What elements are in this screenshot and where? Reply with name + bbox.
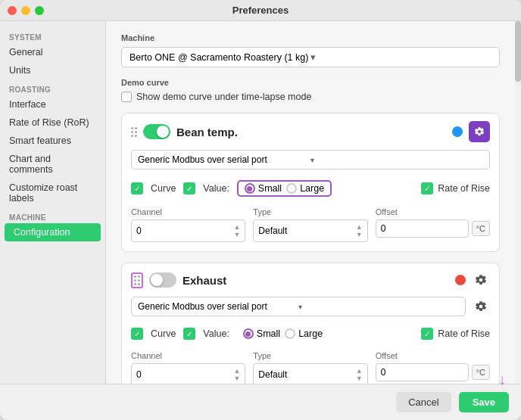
machine-dropdown[interactable]: Berto ONE @ Sacramento Roastery (1 kg) ▾ <box>121 47 500 67</box>
type-input-bean-temp[interactable]: Default ▲▼ <box>253 219 367 242</box>
sidebar-section-machine: Machine <box>0 207 105 223</box>
demo-curve-checkbox[interactable] <box>121 92 132 102</box>
curve-label-bean-temp: Curve <box>151 183 176 194</box>
demo-curve-text: Show demo curve under time-lapse mode <box>136 92 311 102</box>
offset-header-exhaust: Offset <box>376 351 490 360</box>
curve-checkbox-exhaust[interactable]: ✓ <box>131 328 143 340</box>
drag-handle-bean-temp[interactable] <box>131 127 137 137</box>
channel-value-exhaust: 0 <box>136 369 233 380</box>
gear-button-exhaust-port[interactable] <box>472 297 490 316</box>
radio-label-small: Small <box>258 183 282 194</box>
ror-section-exhaust: ✓ Rate of Rise <box>421 328 490 340</box>
offset-input-exhaust[interactable]: 0 <box>376 363 469 381</box>
port-value-exhaust: Generic Modbus over serial port <box>138 301 298 312</box>
value-checkbox-exhaust[interactable]: ✓ <box>183 328 195 340</box>
offset-unit-exhaust: °C <box>472 365 490 380</box>
sensor-name-bean-temp: Bean temp. <box>176 126 446 138</box>
type-value: Default <box>258 226 355 236</box>
value-label-exhaust: Value: <box>203 328 229 339</box>
channel-input-bean-temp[interactable]: 0 ▲▼ <box>131 219 245 242</box>
sidebar-item-customize[interactable]: Customize roast labels <box>0 179 105 207</box>
bean-temp-channel-row: Channel 0 ▲▼ Type Default ▲▼ <box>122 204 499 251</box>
save-button[interactable]: Save <box>459 392 509 412</box>
curve-checkbox-bean-temp[interactable]: ✓ <box>131 182 143 194</box>
ror-checkbox-exhaust[interactable]: ✓ <box>421 328 433 340</box>
bottom-bar: Cancel Save <box>0 384 521 420</box>
sidebar-item-ror[interactable]: Rate of Rise (RoR) <box>0 114 105 132</box>
curve-label-exhaust: Curve <box>151 328 176 339</box>
type-header: Type <box>253 207 367 216</box>
channel-col-exhaust: Channel 0 ▲▼ <box>131 351 245 384</box>
exhaust-channel-row: Channel 0 ▲▼ Type Default ▲▼ <box>122 348 499 384</box>
minimize-button[interactable] <box>21 6 30 15</box>
radio-label-small-exhaust: Small <box>257 328 280 339</box>
machine-label: Machine <box>121 33 500 42</box>
value-checkbox-bean-temp[interactable]: ✓ <box>183 182 195 194</box>
sensor-exhaust-port-row: Generic Modbus over serial port ▾ <box>122 297 499 324</box>
close-button[interactable] <box>8 6 17 15</box>
demo-curve-row: Show demo curve under time-lapse mode <box>121 92 500 102</box>
color-dot-bean-temp <box>452 126 463 137</box>
sidebar-item-general[interactable]: General <box>0 43 105 61</box>
sensor-block-bean-temp: → Bean temp. <box>121 113 500 252</box>
sidebar-section-roasting: Roasting <box>0 79 105 95</box>
bean-temp-options-row: ✓ Curve ✓ Value: Small Large <box>122 177 499 204</box>
arrow-left-indicator: → <box>121 174 123 191</box>
ror-label-exhaust: Rate of Rise <box>438 328 490 339</box>
radio-small-bean-temp[interactable]: Small <box>245 183 282 194</box>
stepper-arrows-exhaust: ▲▼ <box>233 367 240 382</box>
maximize-button[interactable] <box>35 6 44 15</box>
offset-col: Offset 0 °C <box>376 207 490 242</box>
preferences-window: Preferences System General Units Roastin… <box>0 0 521 420</box>
gear-button-exhaust[interactable] <box>472 271 490 289</box>
type-col-exhaust: Type Default ▲▼ <box>253 351 367 384</box>
ror-checkbox-bean-temp[interactable]: ✓ <box>421 182 433 194</box>
sidebar-item-configuration[interactable]: Configuration <box>5 223 101 241</box>
sensor-name-exhaust: Exhaust <box>183 274 449 287</box>
scrollbar-track[interactable] <box>515 21 521 384</box>
offset-input-bean-temp[interactable]: 0 <box>376 219 469 238</box>
type-input-exhaust[interactable]: Default ▲▼ <box>253 363 367 384</box>
content-area: System General Units Roasting Interface … <box>0 21 521 384</box>
radio-circle-small <box>245 183 255 194</box>
radio-label-large-exhaust: Large <box>298 328 323 339</box>
scrollbar-thumb[interactable] <box>515 21 521 82</box>
radio-large-exhaust[interactable]: Large <box>285 328 323 339</box>
drag-handle-exhaust[interactable] <box>131 272 143 288</box>
toggle-exhaust[interactable] <box>149 272 176 288</box>
gear-icon <box>475 300 487 313</box>
toggle-bean-temp[interactable] <box>143 124 170 139</box>
ror-section-bean-temp: ✓ Rate of Rise <box>421 182 490 194</box>
sensor-bean-temp-port[interactable]: Generic Modbus over serial port ▾ <box>131 150 490 170</box>
channel-input-exhaust[interactable]: 0 ▲▼ <box>131 363 245 384</box>
demo-curve-label: Demo curve <box>121 78 500 87</box>
offset-row-bean-temp: 0 °C <box>376 219 490 238</box>
cancel-button[interactable]: Cancel <box>396 392 451 412</box>
main-content: Machine Berto ONE @ Sacramento Roastery … <box>106 21 515 384</box>
offset-col-exhaust: Offset 0 °C <box>376 351 490 384</box>
sidebar-item-interface[interactable]: Interface <box>0 95 105 114</box>
gear-button-bean-temp[interactable] <box>469 121 490 142</box>
radio-circle-large-exhaust <box>285 328 295 339</box>
offset-row-exhaust: 0 °C <box>376 363 490 381</box>
titlebar-buttons <box>8 6 44 15</box>
offset-unit-bean-temp: °C <box>472 221 490 236</box>
channel-col: Channel 0 ▲▼ <box>131 207 245 242</box>
radio-large-bean-temp[interactable]: Large <box>286 183 324 194</box>
sidebar-item-smart[interactable]: Smart features <box>0 132 105 150</box>
color-dot-exhaust <box>455 275 466 285</box>
offset-header: Offset <box>376 207 490 216</box>
radio-label-large: Large <box>300 183 324 194</box>
gear-icon <box>474 126 485 137</box>
sensor-exhaust-port[interactable]: Generic Modbus over serial port ▾ <box>131 297 466 316</box>
radio-small-exhaust[interactable]: Small <box>243 328 280 339</box>
exhaust-options-row: ✓ Curve ✓ Value: Small Large <box>122 324 499 348</box>
value-label-bean-temp: Value: <box>203 183 229 194</box>
size-radio-group-bean-temp: Small Large <box>237 180 332 197</box>
sidebar-item-units[interactable]: Units <box>0 61 105 79</box>
sidebar-section-system: System <box>0 27 105 43</box>
machine-value: Berto ONE @ Sacramento Roastery (1 kg) <box>129 52 310 63</box>
gear-icon <box>475 274 487 286</box>
sidebar-item-chart[interactable]: Chart and comments <box>0 150 105 179</box>
titlebar: Preferences <box>0 0 521 21</box>
